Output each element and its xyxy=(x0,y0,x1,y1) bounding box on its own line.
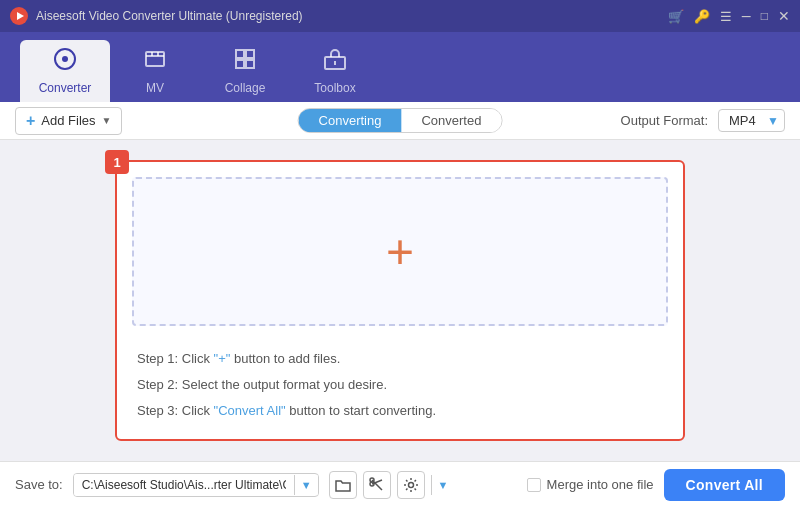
save-path-input[interactable] xyxy=(74,474,294,496)
key-icon[interactable]: 🔑 xyxy=(694,10,710,23)
convert-all-button[interactable]: Convert All xyxy=(664,469,785,501)
main-content: 1 + Step 1: Click "+" button to add file… xyxy=(0,140,800,461)
step3-prefix: Step 3: Click xyxy=(137,403,214,418)
step2-label: Step 2: Select the output format you des… xyxy=(137,377,387,392)
svg-point-3 xyxy=(62,56,68,62)
file-drop-area[interactable]: 1 + Step 1: Click "+" button to add file… xyxy=(115,160,685,441)
app-logo xyxy=(10,7,28,25)
output-format-wrapper: MP4 MKV AVI MOV ▼ xyxy=(718,109,785,132)
step3-text: Step 3: Click "Convert All" button to st… xyxy=(137,398,663,424)
drop-zone[interactable]: + xyxy=(132,177,668,326)
step3-suffix: button to start converting. xyxy=(286,403,436,418)
step3-link: "Convert All" xyxy=(214,403,286,418)
converting-converted-tabs: Converting Converted xyxy=(298,108,503,133)
converter-icon xyxy=(53,47,77,75)
svg-rect-5 xyxy=(236,50,244,58)
svg-rect-7 xyxy=(236,60,244,68)
window-controls: 🛒 🔑 ☰ – □ ✕ xyxy=(668,8,790,24)
step1-prefix: Step 1: Click xyxy=(137,351,214,366)
save-path-dropdown[interactable]: ▼ xyxy=(294,475,318,495)
add-files-label: Add Files xyxy=(41,113,95,128)
settings-dropdown-arrow[interactable]: ▼ xyxy=(431,475,455,495)
save-to-label: Save to: xyxy=(15,477,63,492)
merge-checkbox-wrapper: Merge into one file xyxy=(527,477,654,492)
collage-tab-label: Collage xyxy=(225,81,266,95)
file-number-badge: 1 xyxy=(105,150,129,174)
output-format-select[interactable]: MP4 MKV AVI MOV xyxy=(718,109,785,132)
svg-point-15 xyxy=(408,482,413,487)
svg-rect-6 xyxy=(246,50,254,58)
menu-icon[interactable]: ☰ xyxy=(720,10,732,23)
bottom-icon-group: ▼ xyxy=(329,471,455,499)
toolbar: + Add Files ▼ Converting Converted Outpu… xyxy=(0,102,800,140)
cart-icon[interactable]: 🛒 xyxy=(668,10,684,23)
settings-button[interactable] xyxy=(397,471,425,499)
drop-plus-icon: + xyxy=(386,228,414,276)
output-format-label: Output Format: xyxy=(621,113,708,128)
converter-tab-label: Converter xyxy=(39,81,92,95)
add-icon: + xyxy=(26,112,35,130)
step1-link: "+" xyxy=(214,351,231,366)
tab-converter[interactable]: Converter xyxy=(20,40,110,102)
folder-browse-button[interactable] xyxy=(329,471,357,499)
app-title: Aiseesoft Video Converter Ultimate (Unre… xyxy=(36,9,668,23)
nav-tabs: Converter MV Collage xyxy=(0,32,800,102)
save-path-wrapper: ▼ xyxy=(73,473,319,497)
mv-tab-label: MV xyxy=(146,81,164,95)
title-bar: Aiseesoft Video Converter Ultimate (Unre… xyxy=(0,0,800,32)
add-files-button[interactable]: + Add Files ▼ xyxy=(15,107,122,135)
close-button[interactable]: ✕ xyxy=(778,9,790,23)
merge-label: Merge into one file xyxy=(547,477,654,492)
step2-text: Step 2: Select the output format you des… xyxy=(137,372,663,398)
toolbox-icon xyxy=(323,47,347,75)
converted-tab[interactable]: Converted xyxy=(401,109,501,132)
toolbox-tab-label: Toolbox xyxy=(314,81,355,95)
instructions: Step 1: Click "+" button to add files. S… xyxy=(117,336,683,439)
tab-collage[interactable]: Collage xyxy=(200,40,290,102)
minimize-button[interactable]: – xyxy=(742,8,751,24)
add-dropdown-arrow: ▼ xyxy=(102,115,112,126)
mv-icon xyxy=(143,47,167,75)
collage-icon xyxy=(233,47,257,75)
converting-tab[interactable]: Converting xyxy=(299,109,402,132)
trim-button[interactable] xyxy=(363,471,391,499)
merge-checkbox[interactable] xyxy=(527,478,541,492)
maximize-button[interactable]: □ xyxy=(761,10,768,22)
bottom-bar: Save to: ▼ ▼ Merge in xyxy=(0,461,800,507)
step1-text: Step 1: Click "+" button to add files. xyxy=(137,346,663,372)
step1-suffix: button to add files. xyxy=(230,351,340,366)
svg-rect-8 xyxy=(246,60,254,68)
tab-toolbox[interactable]: Toolbox xyxy=(290,40,380,102)
svg-rect-4 xyxy=(146,52,164,66)
tab-mv[interactable]: MV xyxy=(110,40,200,102)
